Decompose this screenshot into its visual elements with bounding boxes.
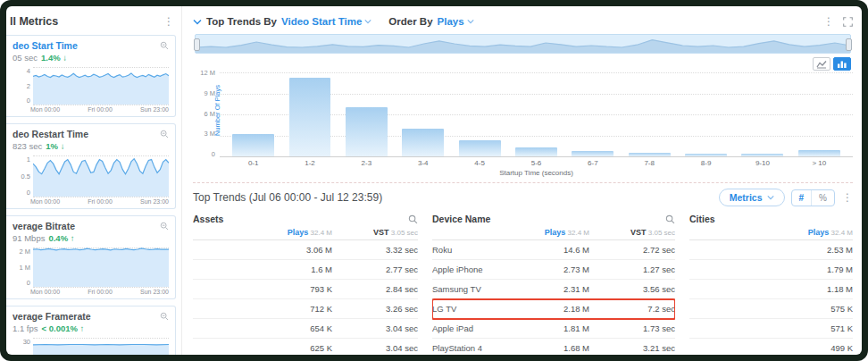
order-dropdown[interactable]: Plays bbox=[438, 16, 474, 27]
table-row[interactable]: 654 K3.04 sec bbox=[193, 319, 418, 339]
sparkline-svg bbox=[33, 338, 169, 355]
line-chart-icon bbox=[816, 60, 827, 69]
line-chart-toggle-button[interactable] bbox=[813, 57, 830, 71]
metric-card-title: deo Restart Time bbox=[13, 129, 88, 139]
kebab-menu-icon[interactable]: ⋮ bbox=[842, 193, 853, 202]
bar-rect[interactable] bbox=[346, 107, 388, 156]
table-row[interactable]: 1.79 M bbox=[689, 260, 853, 280]
chevron-down-icon bbox=[767, 195, 774, 200]
column-header-vst[interactable]: VST 3.05 sec bbox=[343, 228, 418, 237]
table-row-highlighted[interactable]: LG TV2.18 M7.2 sec bbox=[432, 299, 675, 319]
zoom-out-icon[interactable] bbox=[160, 222, 169, 231]
collapse-chevron-icon[interactable] bbox=[193, 19, 202, 25]
table-row[interactable]: 712 K3.26 sec bbox=[193, 299, 418, 319]
table-row[interactable]: PlayStation 41.68 M3.21 sec bbox=[432, 339, 675, 355]
bar-4-5[interactable] bbox=[451, 72, 507, 156]
x-tick: Fri 00:00 bbox=[88, 106, 113, 113]
x-tick-label: 3-4 bbox=[395, 159, 451, 167]
bar-1-2[interactable] bbox=[281, 72, 338, 156]
bar-rect[interactable] bbox=[741, 154, 783, 156]
bar-rect[interactable] bbox=[459, 140, 501, 156]
column-header-plays[interactable]: Plays 32.4 M bbox=[778, 228, 853, 237]
y-tick: 0 bbox=[212, 150, 215, 158]
bar-5-6[interactable] bbox=[508, 72, 564, 156]
bar-rect[interactable] bbox=[798, 150, 840, 156]
table-row[interactable]: Roku14.6 M2.72 sec bbox=[432, 240, 675, 260]
row-value: 1.6 M bbox=[257, 264, 332, 274]
gridline bbox=[33, 287, 169, 288]
table-row[interactable]: 571 K bbox=[689, 319, 853, 339]
table-row[interactable]: Apple iPhone2.73 M1.27 sec bbox=[432, 260, 675, 280]
column-header-plays[interactable]: Plays 32.4 M bbox=[514, 228, 589, 237]
search-icon[interactable] bbox=[408, 214, 418, 224]
bar-0-1[interactable] bbox=[225, 72, 281, 156]
table-row[interactable]: 3.06 M3.32 sec bbox=[193, 240, 418, 260]
absolute-values-toggle[interactable]: # bbox=[792, 190, 812, 206]
metric-card-average-bitrate[interactable]: verage Bitrate 91 Mbps0.4% ↑ 2 M 1 M 0 bbox=[6, 215, 176, 299]
table-row[interactable]: 625 K3.04 sec bbox=[193, 339, 418, 355]
row-value: 1.73 sec bbox=[600, 323, 675, 333]
table-row[interactable]: 499 K bbox=[689, 339, 853, 355]
x-tick: Sun 23:00 bbox=[140, 289, 169, 295]
bar-chart-toggle-button[interactable] bbox=[833, 57, 851, 71]
expand-fullscreen-icon[interactable] bbox=[843, 17, 853, 27]
bar-rect[interactable] bbox=[289, 78, 331, 156]
bar-rect[interactable] bbox=[629, 153, 671, 156]
top-trends-by-label: Top Trends By bbox=[206, 16, 277, 27]
metric-delta: 1% ↓ bbox=[46, 141, 64, 151]
sidebar-header: ll Metrics ⋮ bbox=[10, 15, 174, 28]
main-panel: Top Trends By Video Start Time Order By … bbox=[182, 6, 862, 355]
table-row[interactable]: Samsung TV2.31 M3.56 sec bbox=[432, 280, 675, 299]
row-name: PlayStation 4 bbox=[432, 343, 514, 353]
column-header-plays[interactable]: Plays 32.4 M bbox=[257, 228, 332, 237]
bar-rect[interactable] bbox=[232, 134, 274, 156]
table-row[interactable]: 2.53 M bbox=[689, 240, 853, 260]
bar-9-10[interactable] bbox=[734, 72, 790, 156]
bar-rect[interactable] bbox=[515, 147, 557, 156]
brush-area-svg bbox=[196, 35, 850, 53]
search-icon[interactable] bbox=[665, 214, 675, 224]
bar-6-7[interactable] bbox=[564, 72, 621, 156]
bar-7-8[interactable] bbox=[622, 72, 678, 156]
metric-card-average-framerate[interactable]: verage Framerate 1.1 fps< 0.001% ↑ 30 20 bbox=[6, 306, 176, 355]
table-row[interactable]: Apple iPad1.81 M1.73 sec bbox=[432, 319, 675, 339]
zoom-out-icon[interactable] bbox=[160, 130, 169, 139]
metrics-dropdown-button[interactable]: Metrics bbox=[719, 189, 785, 206]
x-tick-label: 1-2 bbox=[281, 159, 338, 167]
x-tick: Fri 00:00 bbox=[88, 289, 113, 295]
row-value: 7.2 sec bbox=[600, 304, 675, 314]
metric-card-video-restart-time[interactable]: deo Restart Time 823 sec1% ↓ 1 0.5 0 bbox=[6, 123, 176, 209]
bar-> 10[interactable] bbox=[791, 72, 847, 156]
row-value: 2.18 M bbox=[514, 304, 589, 314]
bar-3-4[interactable] bbox=[395, 72, 451, 156]
kebab-menu-icon[interactable]: ⋮ bbox=[163, 17, 174, 26]
brush-handle-left[interactable] bbox=[194, 38, 200, 51]
zoom-out-icon[interactable] bbox=[160, 312, 169, 321]
y-tick: 12 M bbox=[200, 69, 215, 77]
row-name: Roku bbox=[432, 245, 514, 255]
bar-rect[interactable] bbox=[572, 151, 613, 156]
metric-card-video-start-time[interactable]: deo Start Time 05 sec1.4% ↓ 4 2 0 bbox=[6, 35, 176, 117]
time-range-brush[interactable] bbox=[195, 34, 851, 54]
kebab-menu-icon[interactable]: ⋮ bbox=[823, 17, 834, 26]
assets-table: Assets Plays 32.4 MVST 3.05 sec 3.06 M3.… bbox=[193, 214, 418, 355]
brush-handle-right[interactable] bbox=[846, 38, 852, 51]
table-row[interactable]: 575 K bbox=[689, 299, 853, 319]
number-percent-toggle: # % bbox=[791, 189, 835, 206]
dimension-dropdown[interactable]: Video Start Time bbox=[281, 16, 371, 27]
table-row[interactable]: 1.6 M2.77 sec bbox=[193, 260, 418, 280]
zoom-out-icon[interactable] bbox=[160, 41, 169, 50]
metric-value: 05 sec bbox=[13, 53, 38, 63]
bar-2-3[interactable] bbox=[338, 72, 395, 156]
table-row[interactable]: 793 K2.84 sec bbox=[193, 280, 418, 299]
percent-values-toggle[interactable]: % bbox=[811, 190, 834, 206]
bar-rect[interactable] bbox=[685, 154, 727, 156]
row-value: 3.26 sec bbox=[343, 304, 418, 314]
bars-container bbox=[220, 72, 853, 156]
table-row[interactable]: 1.18 M bbox=[689, 280, 853, 299]
bar-rect[interactable] bbox=[402, 129, 444, 156]
x-tick-label: 9-10 bbox=[734, 159, 790, 167]
sparkline-chart: 1 0.5 0 bbox=[13, 155, 169, 197]
bar-8-9[interactable] bbox=[678, 72, 734, 156]
column-header-vst[interactable]: VST 3.05 sec bbox=[600, 228, 675, 237]
